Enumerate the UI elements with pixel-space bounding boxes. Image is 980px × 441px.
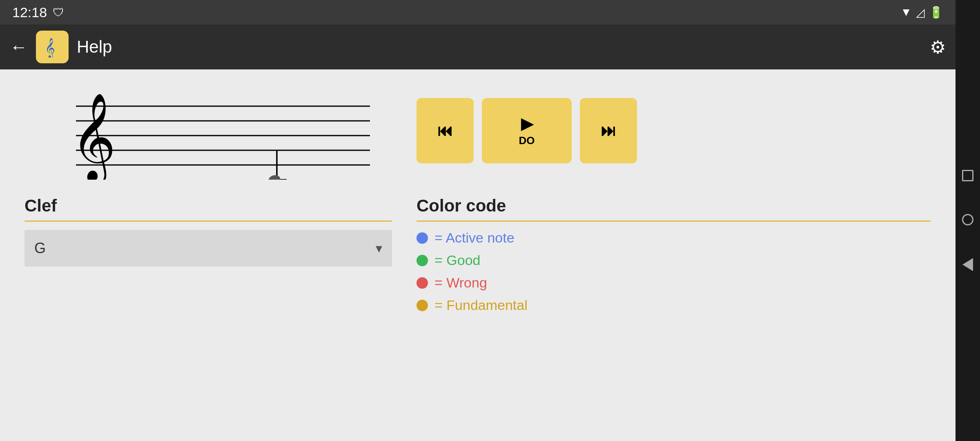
wrong-label: = Wrong: [434, 275, 487, 291]
color-item-active: = Active note: [416, 230, 931, 246]
color-code-section: Color code = Active note = Good = Wrong: [416, 196, 931, 313]
staff-container: 𝄞: [24, 82, 392, 180]
prev-button[interactable]: ⏮: [416, 98, 474, 163]
clef-section: Clef G ▾: [24, 196, 392, 267]
next-icon: ⏭: [601, 122, 616, 140]
svg-point-9: [267, 174, 281, 180]
status-bar: 12:18 🛡 ▼ ◿ 🔋: [0, 0, 956, 24]
android-nav-bar: [956, 0, 980, 441]
wrong-dot: [416, 277, 428, 289]
fundamental-dot: [416, 300, 428, 311]
app-bar: ← 𝄞 Help ⚙: [0, 24, 956, 69]
next-button[interactable]: ⏭: [580, 98, 637, 163]
content-area: 𝄞 ⏮ ▶ DO ⏭: [0, 69, 956, 441]
status-right: ▼ ◿ 🔋: [900, 6, 943, 19]
settings-button[interactable]: ⚙: [930, 37, 946, 58]
app-title: Help: [77, 37, 112, 57]
home-button[interactable]: [962, 214, 973, 225]
top-section: 𝄞 ⏮ ▶ DO ⏭: [24, 82, 931, 180]
prev-icon: ⏮: [437, 122, 453, 140]
status-left: 12:18 🛡: [12, 4, 64, 20]
back-nav-button[interactable]: [962, 258, 973, 271]
active-note-label: = Active note: [434, 230, 514, 246]
color-item-fundamental: = Fundamental: [416, 297, 931, 313]
back-button[interactable]: ←: [10, 37, 28, 57]
chevron-down-icon: ▾: [376, 241, 382, 256]
color-items: = Active note = Good = Wrong = Fundament…: [416, 230, 931, 313]
play-label: DO: [519, 134, 535, 147]
color-code-divider: [416, 220, 931, 222]
svg-text:𝄞: 𝄞: [71, 94, 116, 180]
svg-text:𝄞: 𝄞: [45, 38, 55, 58]
shield-icon: 🛡: [53, 6, 64, 19]
clef-dropdown[interactable]: G ▾: [24, 230, 392, 267]
clef-value: G: [34, 240, 46, 257]
phone-area: 12:18 🛡 ▼ ◿ 🔋 ← 𝄞 Help ⚙: [0, 0, 956, 441]
play-button[interactable]: ▶ DO: [482, 98, 572, 163]
good-label: = Good: [434, 252, 480, 268]
play-icon: ▶: [521, 115, 533, 133]
signal-icon: ◿: [916, 6, 925, 19]
app-icon: 𝄞: [36, 31, 69, 63]
bottom-section: Clef G ▾ Color code = Active note: [24, 196, 931, 313]
clef-title: Clef: [24, 196, 392, 216]
playback-buttons: ⏮ ▶ DO ⏭: [416, 98, 637, 163]
recent-apps-button[interactable]: [962, 170, 973, 181]
status-time: 12:18: [12, 4, 47, 20]
treble-clef-icon: 𝄞: [42, 36, 63, 58]
good-dot: [416, 255, 428, 266]
fundamental-label: = Fundamental: [434, 297, 528, 313]
musical-staff: 𝄞: [24, 82, 392, 180]
color-item-good: = Good: [416, 252, 931, 268]
battery-icon: 🔋: [929, 6, 943, 19]
active-note-dot: [416, 232, 428, 244]
color-item-wrong: = Wrong: [416, 275, 931, 291]
app-bar-left: ← 𝄞 Help: [10, 31, 112, 63]
clef-divider: [24, 220, 392, 222]
color-code-title: Color code: [416, 196, 931, 216]
wifi-icon: ▼: [900, 6, 912, 19]
